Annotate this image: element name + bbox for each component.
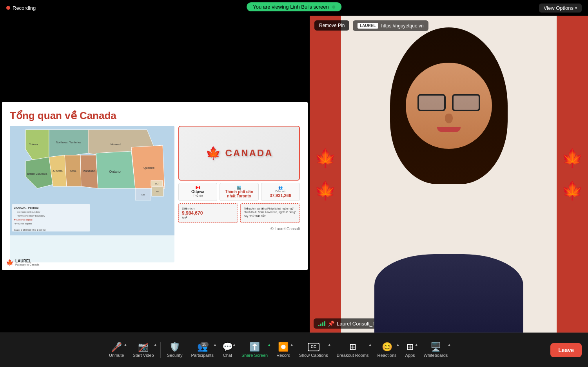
svg-text:Northwest Territories: Northwest Territories	[56, 141, 82, 144]
participants-button[interactable]: ▲ 👥 18 Participants	[187, 340, 217, 360]
svg-text:Nunavut: Nunavut	[111, 143, 121, 146]
reactions-chevron-icon[interactable]: ▲	[396, 343, 400, 347]
video-center	[341, 16, 557, 333]
toolbar-right: Leave	[550, 343, 582, 357]
view-options-label: View Options	[544, 5, 573, 11]
svg-text:— International boundary: — International boundary	[14, 211, 40, 213]
apps-chevron-icon[interactable]: ▲	[415, 343, 418, 347]
ottawa-label: 🇨🇦	[181, 186, 214, 190]
viewing-banner: You are viewing Linh Bui's screen	[247, 2, 341, 11]
svg-text:British Columbia: British Columbia	[27, 172, 47, 175]
leave-button[interactable]: Leave	[550, 343, 582, 357]
unmute-chevron-icon[interactable]: ▲	[124, 343, 127, 347]
whiteboards-main: 🖥️ Whiteboards	[424, 343, 448, 358]
svg-text:Manitoba: Manitoba	[83, 169, 96, 173]
share-screen-chevron-icon[interactable]: ▲	[267, 343, 271, 347]
whiteboards-icon: 🖥️	[430, 343, 441, 351]
record-main: ⏺️ Record	[276, 343, 290, 358]
info-grid: 🇨🇦 Ottawa Thủ đô 🏙️ Thành phố dân nhất T…	[178, 183, 300, 201]
flag-red-left: 🍁 🍁	[310, 16, 341, 333]
flag-leaf-icon: 🍁	[205, 146, 222, 161]
start-video-button[interactable]: ▲ 📷 Start Video	[129, 340, 158, 360]
reactions-label: Reactions	[377, 353, 397, 358]
pin-icon: 📌	[328, 320, 334, 327]
maple-leaf-icon-right: 🍁	[561, 148, 583, 168]
laurel-maple-icon: 🍁	[6, 259, 14, 266]
ottawa-value: Ottawa	[181, 190, 214, 194]
bar-1	[318, 325, 319, 326]
unmute-button[interactable]: ▲ 🎤 Unmute	[105, 340, 128, 360]
glasses-right	[452, 94, 480, 111]
apps-label: Apps	[405, 353, 415, 358]
laurel-tagline: Pathway to Canada	[15, 263, 39, 266]
apps-button[interactable]: ▲ ⊞ Apps	[401, 340, 419, 360]
record-button[interactable]: ▲ ⏺️ Record	[272, 340, 294, 360]
svg-text:Sask.: Sask.	[70, 170, 77, 172]
person-container	[341, 16, 557, 333]
participant-video-panel: 🍁 🍁 🍁 🍁	[310, 16, 588, 333]
shared-screen-area: Tổng quan về Canada Yukon	[0, 16, 310, 333]
laurel-logo-small: LAUREL	[358, 23, 378, 29]
svg-text:PEI: PEI	[155, 183, 158, 185]
remove-pin-button[interactable]: Remove Pin	[314, 20, 349, 31]
security-button[interactable]: 🛡️ Security	[163, 340, 187, 360]
top-bar: Recording You are viewing Linh Bui's scr…	[0, 0, 588, 16]
camera-icon-wrap: 📷	[138, 343, 149, 351]
participants-chevron-icon[interactable]: ▲	[213, 343, 217, 347]
toolbar-center: ▲ 🎤 Unmute ▲ 📷 Start Video 🛡️	[6, 340, 550, 360]
canada-map-svg: Yukon Northwest Territories Nunavut	[10, 126, 174, 235]
slide-body: Yukon Northwest Territories Nunavut	[10, 126, 300, 262]
captions-label: Show Captions	[299, 353, 328, 358]
share-screen-button[interactable]: ▲ ⬆️ Share Screen	[238, 340, 272, 360]
whiteboards-button[interactable]: ▲ 🖥️ Whiteboards	[420, 340, 452, 360]
bar-3	[322, 322, 323, 326]
slide-container: Tổng quan về Canada Yukon	[2, 102, 308, 270]
laurel-brand: LAUREL	[15, 259, 39, 263]
flag-red-right: 🍁 🍁	[557, 16, 588, 333]
copyright-text: © Laurel Consult	[270, 227, 300, 231]
captions-button[interactable]: ▲ CC Show Captions	[295, 340, 332, 360]
facts-text: Tiếng Anh và tiếng Pháp là hai ngôn ngữ …	[244, 207, 296, 218]
participants-main: 👥 18 Participants	[191, 343, 213, 358]
glasses-frame	[417, 94, 480, 111]
chat-button[interactable]: ▲ 💬 Chat	[218, 340, 237, 360]
separator-1	[160, 342, 161, 358]
security-main: 🛡️ Security	[167, 343, 183, 358]
breakout-chevron-icon[interactable]: ▲	[368, 343, 372, 347]
record-chevron-icon[interactable]: ▲	[290, 343, 294, 347]
whiteboards-label: Whiteboards	[424, 353, 448, 358]
whiteboards-chevron-icon[interactable]: ▲	[447, 343, 451, 347]
body	[374, 254, 523, 333]
nose	[445, 114, 453, 123]
viewing-text: You are viewing Linh Bui's screen	[253, 4, 329, 10]
maple-leaf-icon-left: 🍁	[314, 148, 336, 168]
slide-title: Tổng quan về Canada	[10, 110, 300, 122]
chevron-down-icon: ▾	[575, 6, 577, 10]
breakout-main: ⊞ Breakout Rooms	[337, 343, 369, 358]
slide-right-panel: 🍁 CANADA 🇨🇦 Ottawa Thủ đô 🏙️	[178, 126, 300, 262]
participant-video: 🍁 🍁 🍁 🍁	[310, 16, 588, 333]
svg-text:★ National capital: ★ National capital	[14, 219, 33, 221]
maple-leaf-icon-left2: 🍁	[314, 180, 336, 201]
reactions-button[interactable]: ▲ 😊 Reactions	[374, 340, 401, 360]
bar-4	[324, 321, 325, 326]
camera-muted-icon: 📷	[138, 343, 149, 351]
recording-dot	[6, 6, 10, 10]
svg-text:Yukon: Yukon	[29, 143, 38, 146]
view-options-button[interactable]: View Options ▾	[539, 4, 582, 13]
unmute-icon-wrap: 🎤	[111, 343, 122, 351]
bar-2	[320, 324, 321, 326]
record-icon: ⏺️	[278, 343, 289, 351]
recording-label: Recording	[13, 5, 36, 11]
captions-chevron-icon[interactable]: ▲	[328, 343, 331, 347]
reactions-icon: 😊	[382, 343, 392, 351]
start-video-label: Start Video	[132, 353, 154, 358]
slide-copyright: © Laurel Consult	[178, 227, 300, 231]
url-overlay: LAUREL https://nguyetque.vn	[353, 20, 428, 31]
video-chevron-icon[interactable]: ▲	[154, 343, 157, 347]
chat-chevron-icon[interactable]: ▲	[232, 343, 236, 347]
area-value: 9,984,670	[182, 210, 234, 216]
svg-text:Alberta: Alberta	[53, 169, 63, 173]
share-screen-main: ⬆️ Share Screen	[241, 343, 268, 358]
breakout-rooms-button[interactable]: ▲ ⊞ Breakout Rooms	[333, 340, 373, 360]
